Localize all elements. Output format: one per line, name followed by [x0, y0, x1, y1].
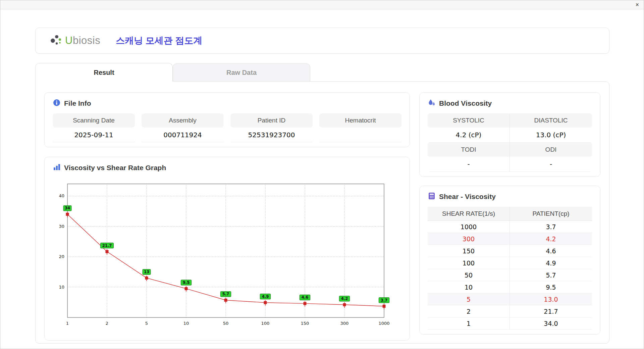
- svg-text:30: 30: [59, 224, 64, 229]
- table-row[interactable]: 1 34.0: [428, 317, 592, 330]
- blood-viscosity-table: SYSTOLIC DIASTOLIC 4.2 (cP) 13.0 (cP) TO…: [428, 113, 592, 172]
- svg-text:34: 34: [65, 206, 70, 210]
- shear-viscosity-card: Shear - Viscosity SHEAR RATE(1/s) PATIEN…: [419, 186, 600, 335]
- svg-text:150: 150: [301, 321, 309, 326]
- field-patient-id: Patient ID 52531923700: [230, 113, 313, 142]
- diastolic-label: DIASTOLIC: [510, 113, 592, 128]
- svg-text:20: 20: [59, 254, 64, 259]
- field-assembly: Assembly 000711924: [142, 113, 224, 142]
- bv-header-row: SYSTOLIC DIASTOLIC: [428, 113, 592, 128]
- svg-text:5.7: 5.7: [222, 292, 229, 296]
- shear-rate-cell: 100: [428, 257, 510, 269]
- field-value: 000711924: [142, 128, 224, 142]
- svg-text:10: 10: [59, 285, 64, 290]
- field-value: [319, 128, 401, 142]
- tab-result[interactable]: Result: [35, 63, 173, 82]
- blood-viscosity-card: Blood Viscosity SYSTOLIC DIASTOLIC 4.2 (…: [419, 92, 600, 177]
- diastolic-value: 13.0 (cP): [510, 128, 592, 143]
- todi-label: TODI: [428, 143, 510, 157]
- shear-viscosity-title: Shear - Viscosity: [439, 193, 496, 201]
- odi-value: -: [510, 157, 592, 172]
- field-value: 52531923700: [230, 128, 313, 142]
- svg-text:3.7: 3.7: [381, 298, 387, 303]
- bv-header-row: TODI ODI: [428, 143, 592, 157]
- window-titlebar: ×: [0, 0, 644, 9]
- svg-text:13: 13: [144, 269, 149, 274]
- file-info-card: File Info Scanning Date 2025-09-11 Assem…: [44, 92, 410, 147]
- logo-text: Ubiosis: [65, 35, 100, 47]
- file-info-fields: Scanning Date 2025-09-11 Assembly 000711…: [53, 113, 401, 142]
- field-label: Assembly: [142, 113, 224, 128]
- blood-viscosity-header: Blood Viscosity: [428, 99, 592, 108]
- svg-text:10: 10: [183, 321, 189, 326]
- table-row[interactable]: 1000 3.7: [428, 221, 592, 233]
- shear-rate-cell: 50: [428, 269, 510, 281]
- table-row[interactable]: 50 5.7: [428, 269, 592, 281]
- graph-title: Viscosity vs Shear Rate Graph: [64, 164, 166, 172]
- table-row[interactable]: 10 9.5: [428, 281, 592, 293]
- svg-text:2: 2: [106, 321, 108, 326]
- blood-viscosity-title: Blood Viscosity: [439, 99, 492, 107]
- field-label: Patient ID: [230, 113, 313, 128]
- file-info-title: File Info: [64, 99, 91, 107]
- bv-value-row: - -: [428, 157, 592, 172]
- info-icon: [53, 99, 61, 108]
- bv-value-row: 4.2 (cP) 13.0 (cP): [428, 128, 592, 143]
- svg-text:1000: 1000: [378, 321, 389, 326]
- tab-raw-data[interactable]: Raw Data: [173, 63, 310, 81]
- shear-rate-cell: 2: [428, 305, 510, 317]
- patient-cell: 4.9: [510, 257, 592, 269]
- svg-text:5: 5: [145, 321, 148, 326]
- svg-text:21.7: 21.7: [102, 243, 112, 248]
- patient-cell: 13.0: [510, 293, 592, 305]
- svg-text:100: 100: [261, 321, 270, 326]
- svg-text:4.9: 4.9: [262, 294, 269, 299]
- table-row[interactable]: 100 4.9: [428, 257, 592, 269]
- shear-rate-column-header: SHEAR RATE(1/s): [428, 207, 510, 221]
- patient-cell: 9.5: [510, 281, 592, 293]
- table-row[interactable]: 2 21.7: [428, 305, 592, 317]
- shear-rate-cell: 300: [428, 233, 510, 245]
- viscosity-chart: 10203040125105010015030010003421.7139.55…: [53, 178, 401, 336]
- table-row[interactable]: 5 13.0: [428, 293, 592, 305]
- close-icon[interactable]: ×: [635, 1, 639, 8]
- patient-column-header: PATIENT(cp): [510, 207, 592, 221]
- svg-text:4.6: 4.6: [302, 295, 308, 300]
- shear-rate-cell: 1: [428, 317, 510, 330]
- graph-header: Viscosity vs Shear Rate Graph: [53, 163, 401, 172]
- app-window: × Ubiosis 스캐닝 모세관 점도계 Result Ra: [0, 0, 644, 349]
- shear-viscosity-table: SHEAR RATE(1/s) PATIENT(cp) 1000 3.7 300…: [428, 207, 592, 330]
- todi-value: -: [428, 157, 510, 172]
- systolic-value: 4.2 (cP): [428, 128, 510, 143]
- shear-table-header-row: SHEAR RATE(1/s) PATIENT(cp): [428, 207, 592, 221]
- table-row[interactable]: 300 4.2: [428, 233, 592, 245]
- ubiosis-logo: Ubiosis: [50, 34, 100, 47]
- table-row[interactable]: 150 4.6: [428, 245, 592, 257]
- field-scanning-date: Scanning Date 2025-09-11: [53, 113, 135, 142]
- shear-viscosity-header: Shear - Viscosity: [428, 192, 592, 201]
- field-value: 2025-09-11: [53, 128, 135, 142]
- svg-text:300: 300: [340, 321, 349, 326]
- header-card: Ubiosis 스캐닝 모세관 점도계: [35, 28, 609, 54]
- patient-cell: 4.6: [510, 245, 592, 257]
- svg-text:1: 1: [66, 321, 69, 326]
- shear-rate-cell: 150: [428, 245, 510, 257]
- systolic-label: SYSTOLIC: [428, 113, 510, 128]
- odi-label: ODI: [510, 143, 592, 157]
- result-panel: File Info Scanning Date 2025-09-11 Assem…: [35, 81, 609, 344]
- page-title: 스캐닝 모세관 점도계: [116, 35, 202, 47]
- patient-cell: 34.0: [510, 317, 592, 330]
- calculator-icon: [428, 192, 436, 201]
- svg-text:4.2: 4.2: [341, 296, 348, 301]
- shear-rate-cell: 1000: [428, 221, 510, 233]
- right-column: Blood Viscosity SYSTOLIC DIASTOLIC 4.2 (…: [419, 92, 600, 335]
- main-content: Ubiosis 스캐닝 모세관 점도계 Result Raw Data: [0, 9, 644, 344]
- field-label: Hematocrit: [319, 113, 401, 128]
- field-hematocrit: Hematocrit: [319, 113, 401, 142]
- svg-text:50: 50: [223, 321, 229, 326]
- left-column: File Info Scanning Date 2025-09-11 Assem…: [44, 92, 410, 335]
- tab-bar: Result Raw Data: [35, 63, 609, 81]
- droplets-icon: [428, 99, 436, 108]
- patient-cell: 4.2: [510, 233, 592, 245]
- shear-rate-cell: 5: [428, 293, 510, 305]
